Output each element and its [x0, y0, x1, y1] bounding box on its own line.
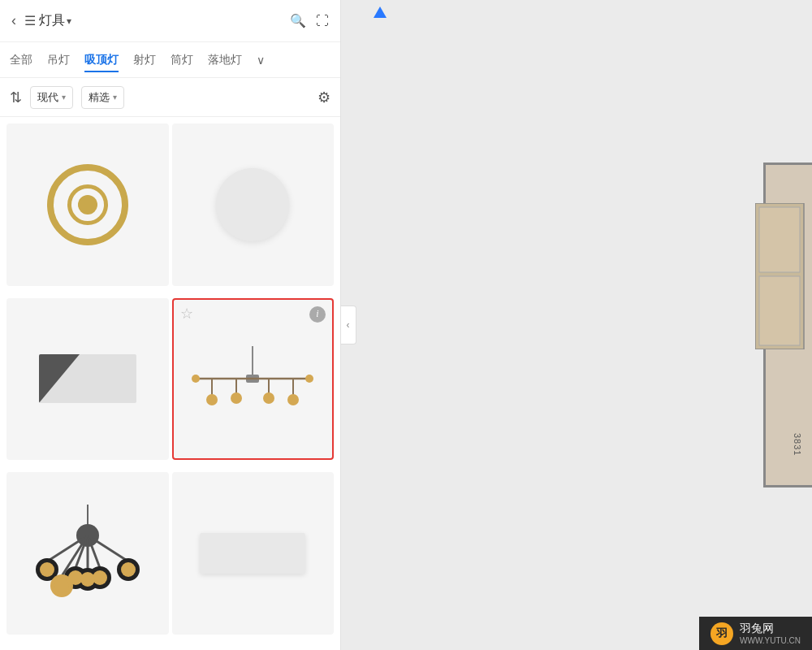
- watermark: 羽 羽兔网 WWW.YUTU.CN: [699, 617, 812, 650]
- svg-point-10: [192, 375, 200, 383]
- filter-icon[interactable]: ⚙: [317, 89, 330, 106]
- back-button[interactable]: ‹: [11, 12, 16, 29]
- tab-spot[interactable]: 射灯: [133, 50, 156, 71]
- lamp-image-4: [174, 300, 333, 459]
- search-icon[interactable]: 🔍: [290, 13, 306, 28]
- orb-cluster-svg: [31, 505, 145, 602]
- watermark-main: 羽兔网: [740, 622, 801, 636]
- style-dropdown[interactable]: 现代 ▾: [30, 86, 73, 109]
- style-arrow: ▾: [62, 93, 66, 102]
- list-icon: ☰: [24, 13, 36, 28]
- svg-point-27: [40, 562, 54, 577]
- filter-bar: ⇅ 现代 ▾ 精选 ▾ ⚙: [0, 78, 340, 117]
- header-title-area: ☰ 灯具 ▾: [24, 12, 290, 29]
- header-actions: 🔍 ⛶: [290, 13, 329, 28]
- top-arrow-indicator: [374, 6, 387, 18]
- lamp-image-5: [6, 472, 169, 635]
- room-detail: [755, 203, 812, 301]
- fullscreen-icon[interactable]: ⛶: [316, 14, 329, 28]
- lamp-item-5[interactable]: [6, 472, 169, 635]
- svg-rect-35: [759, 276, 800, 345]
- items-grid: ☆ i: [0, 117, 340, 650]
- lamp-item-3[interactable]: [6, 298, 169, 461]
- svg-point-31: [80, 572, 95, 587]
- svg-point-32: [54, 578, 69, 593]
- tab-downlight[interactable]: 筒灯: [171, 50, 193, 71]
- svg-point-30: [121, 562, 136, 577]
- style-label: 现代: [37, 90, 58, 105]
- tab-floor[interactable]: 落地灯: [208, 50, 242, 71]
- category-tabs: 全部 吊灯 吸顶灯 射灯 筒灯 落地灯 ∨: [0, 42, 340, 78]
- svg-point-9: [287, 394, 299, 405]
- svg-point-7: [231, 392, 242, 404]
- room-number: 3831: [793, 433, 802, 456]
- svg-point-6: [206, 394, 218, 405]
- tab-chandelier[interactable]: 吊灯: [47, 50, 70, 71]
- svg-point-8: [263, 392, 274, 404]
- tab-ceiling[interactable]: 吸顶灯: [84, 50, 119, 71]
- svg-rect-34: [759, 207, 800, 272]
- watermark-logo: 羽: [710, 622, 733, 645]
- right-panel: ‹ 3831 羽 羽兔网 WWW.YUTU.CN: [341, 0, 812, 650]
- lamp-item-4[interactable]: ☆ i: [172, 298, 335, 461]
- selection-dropdown[interactable]: 精选 ▾: [81, 86, 124, 109]
- tab-more[interactable]: ∨: [257, 54, 265, 67]
- lamp-image-1: [23, 140, 153, 270]
- lamp-item-2[interactable]: [172, 124, 335, 286]
- lamp-image-6: [188, 488, 317, 618]
- selection-label: 精选: [89, 90, 110, 105]
- header-title: 灯具: [39, 12, 65, 29]
- lamp-item-1[interactable]: [6, 124, 169, 286]
- collapse-button[interactable]: ‹: [341, 306, 356, 344]
- watermark-sub: WWW.YUTU.CN: [740, 636, 801, 645]
- sputnik-svg: [188, 346, 317, 411]
- title-dropdown-arrow[interactable]: ▾: [67, 15, 71, 27]
- left-panel: ‹ ☰ 灯具 ▾ 🔍 ⛶ 全部 吊灯 吸顶灯 射灯 筒灯 落地灯 ∨ ⇅ 现代 …: [0, 0, 341, 650]
- room-detail-svg: [755, 203, 812, 349]
- lamp-image-3: [23, 314, 153, 444]
- panel-header: ‹ ☰ 灯具 ▾ 🔍 ⛶: [0, 0, 340, 42]
- selection-arrow: ▾: [113, 93, 117, 102]
- sort-icon[interactable]: ⇅: [10, 89, 22, 106]
- watermark-text: 羽兔网 WWW.YUTU.CN: [740, 622, 801, 645]
- svg-point-11: [305, 375, 313, 383]
- tab-all[interactable]: 全部: [10, 50, 32, 71]
- lamp-image-2: [188, 140, 317, 270]
- lamp-item-6[interactable]: [172, 472, 335, 635]
